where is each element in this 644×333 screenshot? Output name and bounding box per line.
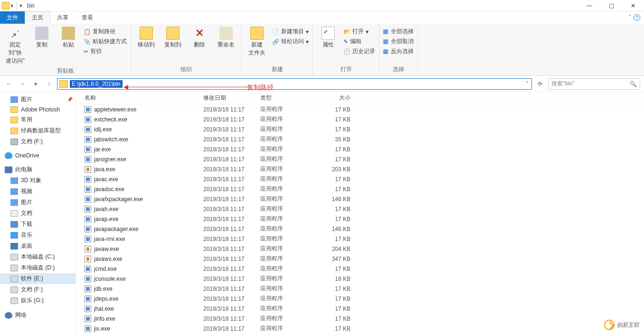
sidebar-item-db[interactable]: 经典数据库题型 — [0, 125, 76, 136]
forward-button[interactable]: → — [17, 79, 28, 89]
file-name: jdeps.exe — [94, 296, 118, 302]
file-row[interactable]: jinfo.exe2019/3/18 11:17应用程序17 KB — [76, 314, 644, 324]
address-dropdown-icon[interactable]: ˅ — [523, 81, 531, 87]
file-row[interactable]: javah.exe2019/3/18 11:17应用程序17 KB — [76, 204, 644, 214]
column-headers[interactable]: 名称 修改日期 类型 大小 — [76, 92, 644, 104]
file-type: 应用程序 — [260, 265, 317, 273]
sidebar-item-videos[interactable]: 视频 — [0, 186, 76, 197]
overflow-icon[interactable]: ▾ — [19, 2, 22, 9]
share-tab[interactable]: 共享 — [50, 11, 75, 24]
qat-dropdown-icon[interactable]: ▾ — [10, 2, 13, 9]
file-row[interactable]: appletviewer.exe2019/3/18 11:17应用程序17 KB — [76, 104, 644, 114]
easy-access-button[interactable]: 🔗轻松访问▾ — [272, 37, 309, 46]
delete-button[interactable]: ✕删除 — [188, 26, 211, 50]
file-row[interactable]: extcheck.exe2019/3/18 11:17应用程序17 KB — [76, 114, 644, 124]
help-icon[interactable]: ? — [634, 14, 640, 21]
ribbon-help[interactable]: ˆ ? — [625, 11, 644, 24]
back-button[interactable]: ← — [4, 79, 14, 89]
quick-access-toolbar: ▾ ▾ — [0, 2, 24, 9]
videos-icon — [10, 188, 18, 195]
minimize-button[interactable]: — — [578, 0, 600, 11]
sidebar-item-onedrive[interactable]: OneDrive — [0, 151, 76, 160]
file-row[interactable]: jar.exe2019/3/18 11:17应用程序17 KB — [76, 144, 644, 154]
invert-icon — [383, 49, 388, 54]
file-row[interactable]: jhat.exe2019/3/18 11:17应用程序17 KB — [76, 304, 644, 314]
sidebar-item-adobe[interactable]: Adobe Photosh — [0, 105, 76, 114]
organize-group: 移动到 复制到 ✕删除 重命名 组织 — [131, 24, 242, 75]
file-tab[interactable]: 文件 — [0, 11, 25, 24]
file-row[interactable]: jis.exe2019/3/18 11:17应用程序17 KB — [76, 324, 644, 333]
sidebar-item-downloads[interactable]: 下载 — [0, 219, 76, 230]
sidebar-item-common[interactable]: 常用 — [0, 114, 76, 125]
file-row[interactable]: javaws.exe2019/3/18 11:17应用程序347 KB — [76, 254, 644, 264]
file-row[interactable]: javap.exe2019/3/18 11:17应用程序17 KB — [76, 214, 644, 224]
pin-to-quick-access-button[interactable]: 固定到"快 速访问" — [4, 26, 27, 66]
file-row[interactable]: javac.exe2019/3/18 11:17应用程序17 KB — [76, 174, 644, 184]
sidebar-item-documents[interactable]: 文档 — [0, 208, 76, 219]
file-name: jinfo.exe — [94, 315, 115, 322]
file-row[interactable]: idlj.exe2019/3/18 11:17应用程序17 KB — [76, 124, 644, 134]
file-row[interactable]: javapackager.exe2019/3/18 11:17应用程序146 K… — [76, 224, 644, 234]
properties-button[interactable]: 属性 — [317, 26, 340, 50]
view-tab[interactable]: 查看 — [75, 11, 100, 24]
file-row[interactable]: jabswitch.exe2019/3/18 11:17应用程序35 KB — [76, 134, 644, 144]
sidebar-item-docs-f[interactable]: 文档 (F:) — [0, 136, 76, 147]
recent-dropdown[interactable]: ▾ — [30, 79, 41, 89]
up-button[interactable]: ↑ — [44, 79, 54, 89]
new-item-button[interactable]: 📄新建项目▾ — [272, 28, 309, 36]
home-tab[interactable]: 主页 — [25, 11, 50, 24]
search-icon[interactable]: 🔍 — [630, 81, 637, 87]
search-box[interactable]: 搜索"bin" 🔍 — [548, 78, 640, 90]
maximize-button[interactable]: ▢ — [600, 0, 622, 11]
sidebar-item-disk-c[interactable]: 本地磁盘 (C:) — [0, 251, 76, 262]
new-folder-button[interactable]: 新建 文件夹 — [246, 26, 268, 58]
copy-path-button[interactable]: 📋复制路径 — [84, 28, 127, 36]
paste-shortcut-button[interactable]: 📎粘贴快捷方式 — [84, 37, 127, 46]
close-button[interactable]: ✕ — [622, 0, 644, 11]
sidebar-item-3d[interactable]: 3D 对象 — [0, 175, 76, 186]
separator — [16, 2, 17, 9]
paste-button[interactable]: 粘贴 — [57, 26, 80, 50]
col-size[interactable]: 大小 — [317, 94, 350, 102]
address-path[interactable]: E:\jdk1.8.0_201\bin — [70, 80, 123, 88]
copy-button[interactable]: 复制 — [30, 26, 53, 50]
col-type[interactable]: 类型 — [260, 94, 317, 102]
open-button[interactable]: 📂打开▾ — [343, 28, 375, 36]
file-row[interactable]: jarsigner.exe2019/3/18 11:17应用程序17 KB — [76, 154, 644, 164]
sidebar-item-disk-f[interactable]: 文档 (F:) — [0, 284, 76, 295]
sidebar-item-disk-d[interactable]: 本地磁盘 (D:) — [0, 262, 76, 273]
file-size: 17 KB — [317, 266, 350, 272]
address-bar[interactable]: E:\jdk1.8.0_201\bin ˅ — [57, 78, 532, 90]
move-to-button[interactable]: 移动到 — [135, 26, 158, 50]
sidebar-item-disk-e[interactable]: 软件 (E:) — [0, 273, 76, 284]
sidebar-item-music[interactable]: 音乐 — [0, 230, 76, 240]
sidebar-item-desktop[interactable]: 桌面 — [0, 240, 76, 251]
sidebar-item-pictures[interactable]: 图片📌 — [0, 94, 76, 105]
file-size: 17 KB — [317, 286, 350, 292]
sidebar-item-disk-g[interactable]: 娱乐 (G:) — [0, 295, 76, 306]
file-row[interactable]: javafxpackager.exe2019/3/18 11:17应用程序146… — [76, 194, 644, 204]
refresh-button[interactable]: ⟳ — [535, 79, 545, 89]
copy-to-button[interactable]: 复制到 — [161, 26, 184, 50]
open-group: 属性 📂打开▾ ✎编辑 🕘历史记录 打开 — [313, 24, 379, 75]
sidebar-item-this-pc[interactable]: 此电脑 — [0, 164, 76, 175]
file-row[interactable]: javaw.exe2019/3/18 11:17应用程序204 KB — [76, 244, 644, 254]
select-none-button[interactable]: 全部取消 — [383, 37, 414, 46]
cut-button[interactable]: ✂剪切 — [84, 47, 127, 56]
history-button[interactable]: 🕘历史记录 — [343, 47, 375, 56]
file-row[interactable]: jconsole.exe2019/3/18 11:17应用程序18 KB — [76, 274, 644, 284]
rename-button[interactable]: 重命名 — [215, 26, 237, 50]
file-row[interactable]: javadoc.exe2019/3/18 11:17应用程序17 KB — [76, 184, 644, 194]
sidebar-item-pictures2[interactable]: 图片 — [0, 197, 76, 208]
invert-selection-button[interactable]: 反向选择 — [383, 47, 414, 56]
file-row[interactable]: jdeps.exe2019/3/18 11:17应用程序17 KB — [76, 294, 644, 304]
file-row[interactable]: jdb.exe2019/3/18 11:17应用程序17 KB — [76, 284, 644, 294]
sidebar-item-network[interactable]: 网络 — [0, 310, 76, 321]
edit-button[interactable]: ✎编辑 — [343, 37, 375, 46]
col-name[interactable]: 名称 — [80, 94, 203, 102]
file-row[interactable]: jcmd.exe2019/3/18 11:17应用程序17 KB — [76, 264, 644, 274]
col-modified[interactable]: 修改日期 — [203, 94, 260, 102]
select-all-button[interactable]: 全部选择 — [383, 28, 414, 36]
file-row[interactable]: java.exe2019/3/18 11:17应用程序203 KB — [76, 164, 644, 174]
file-row[interactable]: java-rmi.exe2019/3/18 11:17应用程序17 KB — [76, 234, 644, 244]
